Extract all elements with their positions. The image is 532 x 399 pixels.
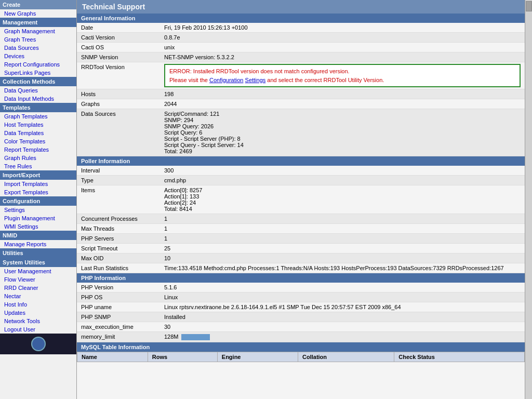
table-row: SNMP Version NET-SNMP version: 5.3.2.2 bbox=[77, 52, 525, 62]
last-run-label: Last Run Statistics bbox=[77, 263, 160, 273]
sidebar-item-superlinks[interactable]: SuperLinks Pages bbox=[0, 69, 76, 77]
poller-info-header: Poller Information bbox=[77, 156, 525, 166]
concurrent-label: Concurrent Processes bbox=[77, 214, 160, 224]
sidebar-item-wmi-settings[interactable]: WMI Settings bbox=[0, 222, 76, 231]
last-run-value: Time:133.4518 Method:cmd.php Processes:1… bbox=[160, 263, 525, 273]
settings-link[interactable]: Settings bbox=[245, 77, 266, 83]
concurrent-value: 1 bbox=[160, 214, 525, 224]
snmp-version-label: SNMP Version bbox=[77, 52, 160, 62]
sidebar-item-data-queries[interactable]: Data Queries bbox=[0, 86, 76, 95]
items-value: Action[0]: 8257 Action[1]: 133 Action[2]… bbox=[160, 185, 525, 214]
sidebar-item-report-templates[interactable]: Report Templates bbox=[0, 145, 76, 154]
collection-header: Collection Methods bbox=[0, 77, 76, 86]
sidebar-item-data-sources[interactable]: Data Sources bbox=[0, 44, 76, 52]
interval-value: 300 bbox=[160, 166, 525, 176]
script-timeout-value: 25 bbox=[160, 244, 525, 254]
system-utilities-header: System Utilities bbox=[0, 258, 76, 267]
sidebar-item-network-tools[interactable]: Network Tools bbox=[0, 317, 76, 325]
table-row: RRDTool Version ERROR: Installed RRDTool… bbox=[77, 62, 525, 89]
table-row: Items Action[0]: 8257 Action[1]: 133 Act… bbox=[77, 185, 525, 214]
php-servers-label: PHP Servers bbox=[77, 234, 160, 244]
sidebar-item-manage-reports[interactable]: Manage Reports bbox=[0, 240, 76, 248]
sidebar-item-host-info[interactable]: Host Info bbox=[0, 300, 76, 309]
sidebar-item-new-graphs[interactable]: New Graphs bbox=[0, 9, 76, 18]
hosts-label: Hosts bbox=[77, 89, 160, 99]
memory-limit-label: memory_limit bbox=[77, 332, 160, 342]
table-row: Type cmd.php bbox=[77, 176, 525, 185]
scrollbar-thumb[interactable] bbox=[526, 1, 532, 11]
sidebar-item-report-configurations[interactable]: Report Configurations bbox=[0, 60, 76, 69]
graphs-value: 2044 bbox=[160, 99, 525, 109]
sidebar-item-rrd-cleaner[interactable]: RRD Cleaner bbox=[0, 284, 76, 292]
table-row: PHP uname Linux rptsrv.nextiraone.be 2.6… bbox=[77, 302, 525, 312]
management-header: Management bbox=[0, 18, 76, 27]
sidebar-item-nectar[interactable]: Nectar bbox=[0, 292, 76, 300]
sidebar-item-logout-user[interactable]: Logout User bbox=[0, 325, 76, 334]
table-row: Date Fri, 19 Feb 2010 15:26:13 +0100 bbox=[77, 23, 525, 33]
general-info-header: General Information bbox=[77, 14, 525, 23]
max-oid-value: 10 bbox=[160, 254, 525, 263]
sidebar-item-tree-rules[interactable]: Tree Rules bbox=[0, 162, 76, 170]
php-servers-value: 1 bbox=[160, 234, 525, 244]
sidebar-item-updates[interactable]: Updates bbox=[0, 309, 76, 317]
sidebar-item-graph-management[interactable]: Graph Management bbox=[0, 27, 76, 35]
col-engine: Engine bbox=[217, 352, 298, 362]
date-label: Date bbox=[77, 23, 160, 33]
logo-graphic bbox=[31, 337, 46, 351]
data-sources-value: Script/Command: 121 SNMP: 294 SNMP Query… bbox=[160, 109, 525, 156]
php-snmp-value: Installed bbox=[160, 312, 525, 322]
table-row: Interval 300 bbox=[77, 166, 525, 176]
importexport-header: Import/Export bbox=[0, 170, 76, 180]
php-uname-value: Linux rptsrv.nextiraone.be 2.6.18-164.9.… bbox=[160, 302, 525, 312]
memory-bar bbox=[181, 334, 210, 340]
php-os-label: PHP OS bbox=[77, 292, 160, 302]
table-row: PHP Servers 1 bbox=[77, 234, 525, 244]
sidebar-item-host-templates[interactable]: Host Templates bbox=[0, 121, 76, 129]
cacti-os-value: unix bbox=[160, 43, 525, 52]
sidebar-item-devices[interactable]: Devices bbox=[0, 52, 76, 60]
sidebar-item-color-templates[interactable]: Color Templates bbox=[0, 137, 76, 145]
data-sources-label: Data Sources bbox=[77, 109, 160, 156]
rrdtool-error-line1: ERROR: Installed RRDTool version does no… bbox=[169, 68, 350, 74]
memory-limit-value: 128M bbox=[160, 332, 525, 342]
scrollbar[interactable] bbox=[525, 0, 532, 399]
rrdtool-version-label: RRDTool Version bbox=[77, 62, 160, 89]
sidebar-item-data-templates[interactable]: Data Templates bbox=[0, 129, 76, 137]
sidebar-item-plugin-management[interactable]: Plugin Management bbox=[0, 214, 76, 222]
mysql-info-header: MySQL Table Information bbox=[77, 342, 525, 352]
php-os-value: Linux bbox=[160, 292, 525, 302]
sidebar-item-flow-viewer[interactable]: Flow Viewer bbox=[0, 275, 76, 284]
configuration-link[interactable]: Configuration bbox=[209, 77, 243, 83]
table-row: PHP OS Linux bbox=[77, 292, 525, 302]
table-row: Hosts 198 bbox=[77, 89, 525, 99]
max-exec-value: 30 bbox=[160, 322, 525, 332]
sidebar-item-data-input-methods[interactable]: Data Input Methods bbox=[0, 95, 76, 103]
sidebar-item-user-management[interactable]: User Management bbox=[0, 267, 76, 275]
sidebar-item-graph-trees[interactable]: Graph Trees bbox=[0, 35, 76, 44]
php-info-table: PHP Version 5.1.6 PHP OS Linux PHP uname… bbox=[77, 283, 525, 342]
php-info-header: PHP Information bbox=[77, 273, 525, 283]
col-rows: Rows bbox=[148, 352, 217, 362]
create-header: Create bbox=[0, 0, 76, 9]
graphs-label: Graphs bbox=[77, 99, 160, 109]
general-info-table: Date Fri, 19 Feb 2010 15:26:13 +0100 Cac… bbox=[77, 23, 525, 156]
sidebar-item-import-templates[interactable]: Import Templates bbox=[0, 180, 76, 188]
sidebar-item-graph-templates[interactable]: Graph Templates bbox=[0, 112, 76, 121]
max-threads-label: Max Threads bbox=[77, 224, 160, 234]
max-oid-label: Max OID bbox=[77, 254, 160, 263]
configuration-header: Configuration bbox=[0, 196, 76, 206]
col-name: Name bbox=[77, 352, 148, 362]
sidebar-item-graph-rules[interactable]: Graph Rules bbox=[0, 154, 76, 162]
nmid-header: NMID bbox=[0, 231, 76, 240]
snmp-version-value: NET-SNMP version: 5.3.2.2 bbox=[160, 52, 525, 62]
table-row: Max OID 10 bbox=[77, 254, 525, 263]
poller-info-table: Interval 300 Type cmd.php Items Action[0… bbox=[77, 166, 525, 273]
templates-header: Templates bbox=[0, 103, 76, 112]
sidebar-item-settings[interactable]: Settings bbox=[0, 206, 76, 214]
col-collation: Collation bbox=[298, 352, 394, 362]
php-version-value: 5.1.6 bbox=[160, 283, 525, 292]
page-title: Technical Support bbox=[77, 0, 525, 14]
sidebar-item-export-templates[interactable]: Export Templates bbox=[0, 188, 76, 196]
sidebar-logo bbox=[0, 334, 76, 354]
date-value: Fri, 19 Feb 2010 15:26:13 +0100 bbox=[160, 23, 525, 33]
